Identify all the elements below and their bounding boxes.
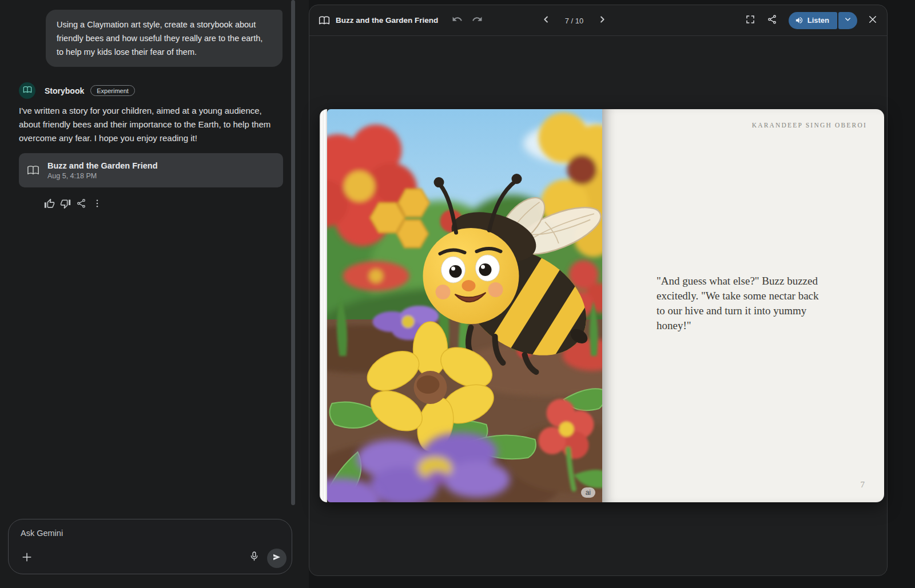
user-prompt-bubble: Using a Claymation art style, create a s…	[46, 10, 283, 67]
chat-input-placeholder: Ask Gemini	[21, 529, 63, 538]
open-book-icon	[319, 15, 330, 26]
viewer-header: Buzz and the Garden Friend 7 / 10	[309, 5, 887, 36]
add-attachment-button[interactable]	[19, 550, 35, 566]
chevron-left-icon	[541, 14, 551, 27]
assistant-name: Storybook	[45, 86, 84, 95]
mic-icon	[249, 551, 260, 564]
open-book-icon	[27, 164, 39, 177]
storybook-viewer-panel: Buzz and the Garden Friend 7 / 10	[309, 5, 888, 576]
share-button[interactable]	[73, 197, 89, 213]
chat-scrollbar[interactable]	[291, 0, 295, 505]
card-title: Buzz and the Garden Friend	[47, 160, 158, 171]
undo-button[interactable]	[452, 14, 463, 27]
previous-page-button[interactable]	[541, 14, 551, 27]
thumbs-up-icon	[44, 198, 55, 211]
page-navigation: 7 / 10	[541, 5, 607, 36]
undo-icon	[452, 14, 463, 27]
redo-icon	[472, 14, 483, 27]
mic-button[interactable]	[246, 549, 262, 565]
chevron-down-icon	[844, 15, 852, 26]
message-actions	[41, 197, 105, 213]
fullscreen-button[interactable]	[745, 14, 755, 27]
share-story-button[interactable]	[767, 14, 777, 27]
page-indicator: 7 / 10	[565, 17, 584, 25]
more-options-button[interactable]	[89, 197, 105, 213]
chat-input[interactable]: Ask Gemini	[8, 519, 292, 574]
share-icon	[767, 14, 777, 27]
redo-button[interactable]	[472, 14, 483, 27]
speaker-icon	[795, 16, 803, 25]
listen-button[interactable]: Listen	[789, 12, 837, 29]
bee-garden-illustration	[327, 109, 602, 502]
next-page-button[interactable]	[597, 14, 607, 27]
page-stack-edge	[320, 109, 327, 502]
thumbs-down-button[interactable]	[57, 197, 73, 213]
storybook-avatar	[19, 82, 35, 99]
listen-split-button: Listen	[789, 12, 857, 29]
send-button[interactable]	[267, 549, 287, 568]
assistant-header: Storybook Experiment	[19, 82, 135, 99]
assistant-message: I've written a story for your children, …	[19, 104, 281, 145]
story-text: "And guess what else?" Buzz buzzed excit…	[657, 274, 828, 333]
plus-icon	[21, 551, 33, 566]
experiment-badge: Experiment	[90, 85, 135, 96]
fullscreen-icon	[745, 14, 755, 27]
thumbs-down-icon	[60, 198, 71, 211]
story-text-page: KARANDEEP SINGH OBEROI "And guess what e…	[602, 109, 884, 502]
card-timestamp: Aug 5, 4:18 PM	[47, 171, 158, 181]
story-illustration: ai	[327, 109, 602, 502]
storybook-card[interactable]: Buzz and the Garden Friend Aug 5, 4:18 P…	[19, 153, 283, 187]
thumbs-up-button[interactable]	[41, 197, 57, 213]
listen-options-button[interactable]	[838, 12, 857, 29]
author-name: KARANDEEP SINGH OBEROI	[752, 122, 867, 129]
page-number: 7	[861, 480, 865, 490]
chat-panel: Using a Claymation art style, create a s…	[0, 0, 309, 588]
share-icon	[76, 198, 86, 211]
open-book-icon	[23, 85, 32, 97]
close-icon	[868, 14, 878, 27]
ai-watermark-badge: ai	[581, 487, 595, 498]
book-spread: ai KARANDEEP SINGH OBEROI "And guess wha…	[320, 109, 884, 502]
viewer-title: Buzz and the Garden Friend	[336, 16, 438, 25]
listen-label: Listen	[807, 16, 829, 25]
chevron-right-icon	[597, 14, 607, 27]
close-button[interactable]	[868, 14, 878, 27]
send-icon	[272, 553, 281, 564]
more-vert-icon	[92, 198, 102, 211]
